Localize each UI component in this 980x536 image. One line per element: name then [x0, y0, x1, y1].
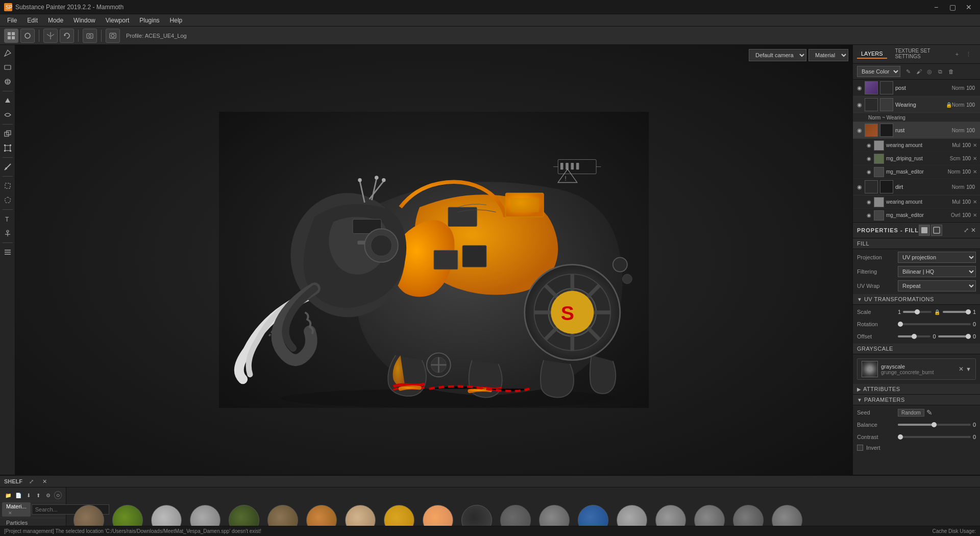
- menu-window[interactable]: Window: [68, 16, 101, 25]
- layer-rust[interactable]: ◉ rust Norm 100: [853, 122, 980, 139]
- visibility-wearing-amount-2[interactable]: ◉: [865, 199, 872, 206]
- opacity-mg-mask-2[interactable]: 100: [962, 212, 971, 218]
- shelf-tab-close-icon[interactable]: ✕: [8, 510, 12, 516]
- visibility-eye-post[interactable]: ◉: [856, 84, 863, 91]
- tool-smudge[interactable]: [2, 109, 14, 121]
- layer-opacity-wearing[interactable]: 100: [966, 102, 975, 108]
- uv-transform-header[interactable]: ▼ UV transformations: [853, 294, 980, 305]
- tab-layers[interactable]: LAYERS: [857, 50, 887, 59]
- opacity-wearing-amount-2[interactable]: 100: [962, 199, 971, 205]
- maximize-button[interactable]: ▢: [945, 0, 960, 14]
- minimize-button[interactable]: −: [929, 0, 943, 14]
- props-expand-icon[interactable]: ⤢: [964, 227, 969, 234]
- viewport[interactable]: Default camera Material: [15, 45, 852, 475]
- menu-help[interactable]: Help: [165, 16, 188, 25]
- tool-layers-list[interactable]: [2, 246, 14, 258]
- tool-projection[interactable]: [2, 76, 14, 88]
- fill-section-header[interactable]: FILL: [853, 238, 980, 249]
- shelf-expand-button[interactable]: ⤢: [27, 477, 36, 486]
- tool-selection[interactable]: [2, 180, 14, 192]
- copy-icon[interactable]: ⧉: [936, 67, 945, 76]
- shelf-tab-materials[interactable]: Materi... ✕: [2, 502, 31, 517]
- close-wearing-1[interactable]: ✕: [973, 142, 977, 148]
- opacity-mg-mask-1[interactable]: 100: [962, 169, 971, 175]
- menu-edit[interactable]: Edit: [22, 16, 43, 25]
- seed-edit-icon[interactable]: ✎: [926, 408, 933, 417]
- layer-dirt[interactable]: ◉ dirt Norm 100: [853, 179, 980, 196]
- scale-slider-left[interactable]: [903, 311, 931, 313]
- layer-opacity-post[interactable]: 100: [966, 85, 975, 91]
- close-wearing-2[interactable]: ✕: [973, 199, 977, 205]
- visibility-eye-rust[interactable]: ◉: [856, 127, 863, 134]
- mammoth-canvas[interactable]: Default camera Material: [15, 45, 852, 475]
- opacity-wearing-amount-1[interactable]: 100: [962, 142, 971, 148]
- sublayer-mg-mask-2[interactable]: ◉ mg_mask_editor Ovrl 100 ✕: [853, 209, 980, 222]
- base-color-dropdown[interactable]: Base Color: [857, 66, 900, 77]
- filtering-select[interactable]: Bilinear | HQ: [898, 266, 976, 277]
- contrast-slider[interactable]: [898, 436, 971, 438]
- visibility-eye-dirt[interactable]: ◉: [856, 183, 863, 190]
- tool-transform[interactable]: [2, 142, 14, 154]
- opacity-mg-drip[interactable]: 100: [962, 156, 971, 161]
- tool-polygonselect[interactable]: [2, 194, 14, 206]
- shelf-filter-icon[interactable]: ⚙: [44, 491, 53, 500]
- projection-select[interactable]: UV projection: [898, 252, 976, 263]
- shelf-export-icon[interactable]: ⬆: [34, 491, 43, 500]
- layer-opacity-dirt[interactable]: 100: [966, 184, 975, 190]
- shelf-close-button[interactable]: ✕: [40, 477, 49, 486]
- menu-mode[interactable]: Mode: [43, 16, 68, 25]
- trash-icon[interactable]: 🗑: [946, 67, 955, 76]
- tab-texture-set[interactable]: TEXTURE SET SETTINGS: [891, 47, 945, 61]
- sublayer-mg-mask-1[interactable]: ◉ mg_mask_editor Norm 100 ✕: [853, 165, 980, 179]
- rotation-slider[interactable]: [898, 323, 971, 325]
- props-tab-fill[interactable]: [919, 225, 930, 236]
- visibility-eye-wearing[interactable]: ◉: [856, 101, 863, 108]
- layer-opacity-rust[interactable]: 100: [966, 128, 975, 133]
- camera-select[interactable]: Default camera: [749, 49, 806, 61]
- layer-wearing[interactable]: ◉ Wearing 🔒 Norm 100: [853, 96, 980, 113]
- visibility-mg-drip[interactable]: ◉: [865, 155, 872, 162]
- tool-text[interactable]: T: [2, 213, 14, 225]
- camera-button[interactable]: [83, 29, 97, 43]
- shelf-new-icon[interactable]: 📄: [14, 491, 23, 500]
- tool-paint[interactable]: [2, 47, 14, 59]
- balance-slider[interactable]: [898, 424, 971, 426]
- uv-wrap-select[interactable]: Repeat: [898, 280, 976, 291]
- visibility-wearing-amount-1[interactable]: ◉: [865, 142, 872, 149]
- sublayer-wearing-amount-2[interactable]: ◉ wearing amount Mul 100 ✕: [853, 196, 980, 209]
- paint-icon[interactable]: 🖌: [914, 67, 923, 76]
- offset-slider-x[interactable]: [898, 335, 930, 337]
- scale-lock-icon[interactable]: 🔒: [934, 308, 941, 315]
- seed-random-button[interactable]: Random: [898, 409, 924, 417]
- menu-plugins[interactable]: Plugins: [134, 16, 164, 25]
- add-fill-icon[interactable]: +: [952, 50, 962, 59]
- shelf-search-icon[interactable]: ○: [54, 491, 62, 499]
- grid-view-button[interactable]: [4, 29, 18, 43]
- shelf-import-icon[interactable]: ⬇: [24, 491, 33, 500]
- menu-file[interactable]: File: [2, 16, 22, 25]
- invert-checkbox[interactable]: [857, 445, 863, 451]
- eye-icon[interactable]: ◎: [925, 67, 934, 76]
- tool-picker[interactable]: [2, 161, 14, 173]
- close-mg-mask-2[interactable]: ✕: [973, 212, 977, 218]
- tool-clone[interactable]: [2, 128, 14, 140]
- props-close-icon[interactable]: ✕: [971, 227, 976, 234]
- close-button[interactable]: ✕: [962, 0, 976, 14]
- snapshot-button[interactable]: [106, 29, 120, 43]
- scale-slider-right[interactable]: [943, 311, 971, 313]
- brush-button[interactable]: [20, 29, 35, 43]
- close-mg-mask-1[interactable]: ✕: [973, 169, 977, 175]
- grayscale-dropdown-icon[interactable]: ▼: [966, 366, 971, 372]
- symmetry-button[interactable]: [43, 29, 58, 43]
- tool-anchor[interactable]: [2, 227, 14, 239]
- parameters-section-header[interactable]: ▼ Parameters: [853, 395, 980, 405]
- sublayer-wearing-amount-1[interactable]: ◉ wearing amount Mul 100 ✕: [853, 139, 980, 152]
- menu-viewport[interactable]: Viewport: [101, 16, 134, 25]
- shelf-folder-icon[interactable]: 📁: [4, 491, 13, 500]
- tool-eraser[interactable]: [2, 61, 14, 74]
- close-mg-drip[interactable]: ✕: [973, 156, 977, 161]
- props-tab-adjust[interactable]: [931, 225, 942, 236]
- layer-post[interactable]: ◉ post Norm 100: [853, 80, 980, 96]
- visibility-mg-mask-2[interactable]: ◉: [865, 212, 872, 219]
- layer-lock-wearing[interactable]: 🔒: [946, 102, 952, 108]
